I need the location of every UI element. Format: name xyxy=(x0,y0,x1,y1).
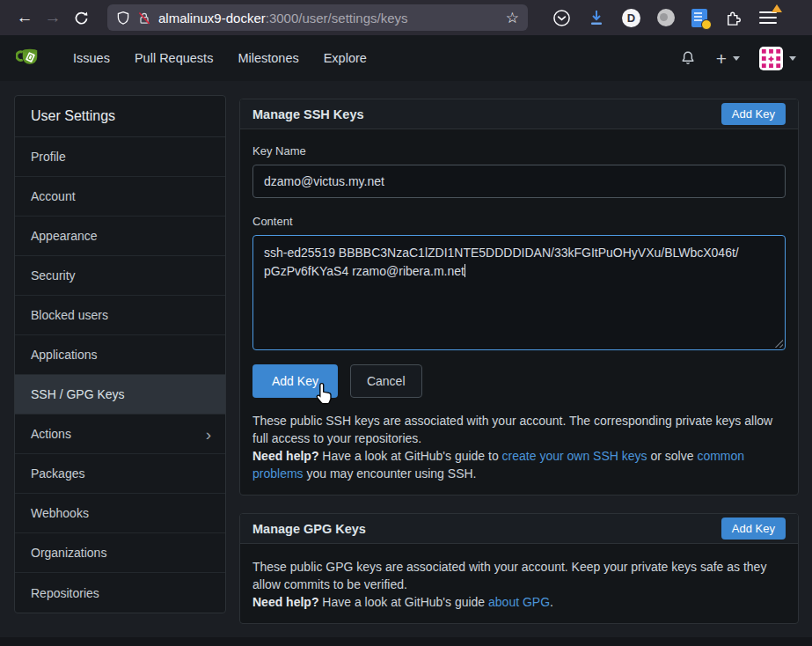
ssh-panel-body: Key Name Content ssh-ed25519 BBBBC3NzaC1… xyxy=(240,129,798,495)
ssh-key-content-line1: ssh-ed25519 BBBBC3NzaC1lZDI1NTE5DDDDIDAN… xyxy=(264,246,739,260)
sidebar-item-blocked-users[interactable]: Blocked users xyxy=(15,296,225,335)
url-path: :3000/user/settings/keys xyxy=(266,11,408,26)
gpg-help-text-b: . xyxy=(550,595,553,609)
download-icon[interactable] xyxy=(588,9,605,26)
ssh-help-text-b: or solve xyxy=(647,449,698,463)
footer-strip xyxy=(0,637,812,646)
url-bar[interactable]: almalinux9-docker:3000/user/settings/key… xyxy=(107,4,528,31)
user-menu-button[interactable] xyxy=(759,47,796,70)
update-badge xyxy=(772,4,782,12)
nav-link-issues[interactable]: Issues xyxy=(61,35,122,81)
avatar xyxy=(759,47,783,70)
sidebar-item-ssh-gpg-keys[interactable]: SSH / GPG Keys xyxy=(15,375,225,415)
sidebar-item-label: Actions xyxy=(31,427,71,441)
add-key-submit-button[interactable]: Add Key xyxy=(252,364,338,398)
sidebar-item-appearance[interactable]: Appearance xyxy=(15,217,225,256)
ssh-keys-panel: Manage SSH Keys Add Key Key Name Content… xyxy=(239,99,799,496)
insecure-lock-icon[interactable] xyxy=(137,11,151,26)
textarea-resize-handle[interactable] xyxy=(772,337,783,348)
sidebar-item-account[interactable]: Account xyxy=(15,177,225,217)
url-host: almalinux9-docker xyxy=(158,11,266,26)
ssh-key-content-line2: pGzPv6fKYaS4 rzamo@ribera.m.net xyxy=(264,264,465,278)
nav-link-explore[interactable]: Explore xyxy=(311,35,379,81)
gpg-help-p2: Need help? Have a look at GitHub's guide… xyxy=(252,593,786,611)
gpg-help-p1: These public GPG keys are associated wit… xyxy=(252,558,786,593)
content-label: Content xyxy=(252,215,786,228)
pocket-icon[interactable] xyxy=(552,9,571,27)
gray-extension-icon[interactable] xyxy=(657,9,675,26)
ssh-help-p1: These public SSH keys are associated wit… xyxy=(252,412,786,447)
url-text: almalinux9-docker:3000/user/settings/key… xyxy=(158,11,408,26)
gitea-logo[interactable] xyxy=(16,45,43,71)
sidebar-item-applications[interactable]: Applications xyxy=(15,335,225,375)
sidebar-item-repositories[interactable]: Repositories xyxy=(15,573,225,613)
browser-toolbar: ← → almalinux9-docker:3000/user/settings… xyxy=(0,0,812,35)
sidebar-item-profile[interactable]: Profile xyxy=(15,137,225,177)
gpg-help-text: These public GPG keys are associated wit… xyxy=(252,558,786,611)
create-new-button[interactable]: + xyxy=(716,49,740,68)
download-badge xyxy=(701,19,712,30)
nav-link-pull-requests[interactable]: Pull Requests xyxy=(122,35,225,81)
notifications-bell-icon[interactable] xyxy=(679,49,697,68)
ssh-key-content-textarea[interactable]: ssh-ed25519 BBBBC3NzaC1lZDI1NTE5DDDDIDAN… xyxy=(252,235,786,350)
sidebar-title: User Settings xyxy=(15,96,225,137)
text-caret xyxy=(465,264,465,277)
ssh-help-text-a: Have a look at GitHub's guide to xyxy=(318,449,501,463)
plus-icon: + xyxy=(716,49,727,68)
document-download-extension-icon[interactable] xyxy=(691,9,707,27)
cancel-button[interactable]: Cancel xyxy=(350,364,422,398)
duckduckgo-extension-icon[interactable]: D xyxy=(622,9,640,27)
sidebar-item-security[interactable]: Security xyxy=(15,256,225,296)
ssh-panel-title: Manage SSH Keys xyxy=(252,107,364,121)
gpg-panel-header: Manage GPG Keys Add Key xyxy=(240,514,798,544)
ssh-help-text: These public SSH keys are associated wit… xyxy=(252,412,786,482)
gpg-add-key-toggle-button[interactable]: Add Key xyxy=(721,518,786,540)
ssh-help-p2: Need help? Have a look at GitHub's guide… xyxy=(252,447,786,482)
reload-icon xyxy=(74,11,89,26)
settings-main: Manage SSH Keys Add Key Key Name Content… xyxy=(239,99,799,624)
gpg-panel-body: These public GPG keys are associated wit… xyxy=(240,544,798,623)
chevron-down-icon xyxy=(789,56,796,61)
duckduckgo-letter: D xyxy=(627,11,635,25)
need-help-label: Need help? xyxy=(252,449,318,463)
shield-icon[interactable] xyxy=(116,11,130,26)
ssh-form-buttons: Add Key Cancel xyxy=(252,364,786,398)
forward-button[interactable]: → xyxy=(39,4,67,31)
app-navbar: Issues Pull Requests Milestones Explore … xyxy=(0,35,812,81)
sidebar-item-organizations[interactable]: Organizations xyxy=(15,533,225,573)
forward-arrow-icon: → xyxy=(45,8,62,27)
gpg-help-text-a: Have a look at GitHub's guide xyxy=(318,595,488,609)
gpg-keys-panel: Manage GPG Keys Add Key These public GPG… xyxy=(239,513,799,624)
browser-window: ← → almalinux9-docker:3000/user/settings… xyxy=(0,0,812,646)
chevron-right-icon: › xyxy=(206,426,211,443)
sidebar-item-packages[interactable]: Packages xyxy=(15,454,225,494)
settings-sidebar: User Settings Profile Account Appearance… xyxy=(14,95,226,613)
puzzle-extensions-icon[interactable] xyxy=(724,9,743,27)
settings-page: User Settings Profile Account Appearance… xyxy=(0,81,812,624)
need-help-label: Need help? xyxy=(252,595,318,609)
back-button[interactable]: ← xyxy=(11,4,39,31)
bookmark-star-icon[interactable]: ☆ xyxy=(506,9,519,27)
toolbar-extensions: D xyxy=(552,9,777,27)
menu-icon[interactable] xyxy=(759,11,777,25)
create-ssh-keys-link[interactable]: create your own SSH keys xyxy=(502,449,647,463)
key-name-input[interactable] xyxy=(252,165,786,198)
ssh-add-key-toggle-button[interactable]: Add Key xyxy=(721,103,786,125)
ssh-help-text-c: you may encounter using SSH. xyxy=(304,466,477,481)
back-arrow-icon: ← xyxy=(17,8,33,27)
sidebar-item-webhooks[interactable]: Webhooks xyxy=(15,494,225,533)
reload-button[interactable] xyxy=(67,4,95,31)
key-name-label: Key Name xyxy=(252,144,786,158)
chevron-down-icon xyxy=(733,56,740,61)
sidebar-item-actions[interactable]: Actions › xyxy=(15,415,225,454)
gpg-panel-title: Manage GPG Keys xyxy=(252,522,366,536)
navbar-right: + xyxy=(679,47,796,70)
ssh-panel-header: Manage SSH Keys Add Key xyxy=(240,99,798,129)
nav-link-milestones[interactable]: Milestones xyxy=(225,35,311,81)
about-gpg-link[interactable]: about GPG xyxy=(488,595,550,609)
